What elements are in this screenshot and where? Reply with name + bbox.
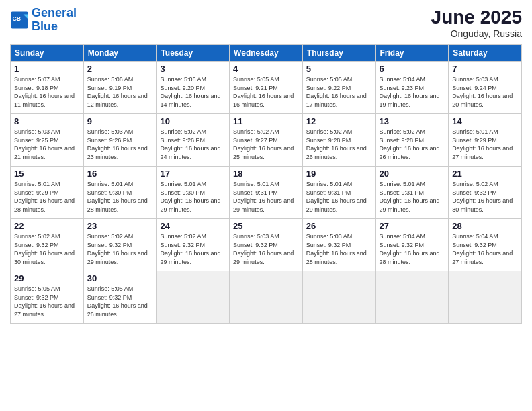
day-info: Sunrise: 5:03 AMSunset: 9:32 PMDaylight:… <box>306 233 367 265</box>
day-number: 6 <box>380 64 445 74</box>
day-info: Sunrise: 5:02 AMSunset: 9:28 PMDaylight:… <box>306 128 367 161</box>
day-info: Sunrise: 5:01 AMSunset: 9:31 PMDaylight:… <box>233 181 294 213</box>
day-info: Sunrise: 5:02 AMSunset: 9:26 PMDaylight:… <box>160 128 220 161</box>
calendar-cell: 9 Sunrise: 5:03 AMSunset: 9:26 PMDayligh… <box>83 114 157 167</box>
calendar-cell: 4 Sunrise: 5:05 AMSunset: 9:21 PMDayligh… <box>230 62 303 114</box>
day-number: 13 <box>380 116 445 126</box>
calendar-cell: 17 Sunrise: 5:01 AMSunset: 9:30 PMDaylig… <box>157 167 230 219</box>
logo-icon: GB <box>10 11 29 30</box>
weekday-thursday: Thursday <box>302 45 375 62</box>
day-number: 17 <box>160 169 226 179</box>
calendar-week-2: 8 Sunrise: 5:03 AMSunset: 9:25 PMDayligh… <box>11 114 522 167</box>
day-info: Sunrise: 5:07 AMSunset: 9:18 PMDaylight:… <box>14 76 75 108</box>
day-number: 24 <box>160 221 226 231</box>
day-number: 15 <box>14 169 80 179</box>
calendar-cell <box>449 271 522 324</box>
day-info: Sunrise: 5:06 AMSunset: 9:19 PMDaylight:… <box>87 76 148 108</box>
svg-text:GB: GB <box>13 15 21 22</box>
day-info: Sunrise: 5:01 AMSunset: 9:29 PMDaylight:… <box>452 128 513 161</box>
weekday-wednesday: Wednesday <box>230 45 303 62</box>
calendar-cell: 15 Sunrise: 5:01 AMSunset: 9:29 PMDaylig… <box>11 167 84 219</box>
day-info: Sunrise: 5:01 AMSunset: 9:31 PMDaylight:… <box>380 181 440 213</box>
logo: GB General Blue <box>10 7 77 34</box>
day-number: 20 <box>380 169 445 179</box>
day-info: Sunrise: 5:01 AMSunset: 9:29 PMDaylight:… <box>14 181 75 213</box>
day-number: 12 <box>306 116 372 126</box>
month-title: June 2025 <box>431 7 522 28</box>
calendar-cell: 25 Sunrise: 5:03 AMSunset: 9:32 PMDaylig… <box>230 219 303 271</box>
day-info: Sunrise: 5:05 AMSunset: 9:22 PMDaylight:… <box>306 76 367 108</box>
day-info: Sunrise: 5:02 AMSunset: 9:32 PMDaylight:… <box>14 233 75 265</box>
calendar-cell: 22 Sunrise: 5:02 AMSunset: 9:32 PMDaylig… <box>11 219 84 271</box>
calendar-body: 1 Sunrise: 5:07 AMSunset: 9:18 PMDayligh… <box>11 62 522 324</box>
title-block: June 2025 Onguday, Russia <box>431 7 522 39</box>
day-number: 7 <box>452 64 518 74</box>
calendar-cell: 7 Sunrise: 5:03 AMSunset: 9:24 PMDayligh… <box>449 62 522 114</box>
calendar-cell: 24 Sunrise: 5:02 AMSunset: 9:32 PMDaylig… <box>157 219 230 271</box>
location: Onguday, Russia <box>431 28 522 39</box>
calendar-week-5: 29 Sunrise: 5:05 AMSunset: 9:32 PMDaylig… <box>11 271 522 324</box>
weekday-friday: Friday <box>375 45 449 62</box>
calendar-cell: 10 Sunrise: 5:02 AMSunset: 9:26 PMDaylig… <box>157 114 230 167</box>
day-number: 11 <box>233 116 299 126</box>
day-number: 23 <box>87 221 153 231</box>
calendar-week-1: 1 Sunrise: 5:07 AMSunset: 9:18 PMDayligh… <box>11 62 522 114</box>
calendar-cell: 28 Sunrise: 5:04 AMSunset: 9:32 PMDaylig… <box>449 219 522 271</box>
logo-text-line1: General <box>32 7 77 20</box>
day-number: 22 <box>14 221 80 231</box>
calendar-cell: 8 Sunrise: 5:03 AMSunset: 9:25 PMDayligh… <box>11 114 84 167</box>
calendar-cell: 3 Sunrise: 5:06 AMSunset: 9:20 PMDayligh… <box>157 62 230 114</box>
calendar-cell: 18 Sunrise: 5:01 AMSunset: 9:31 PMDaylig… <box>230 167 303 219</box>
calendar-cell: 19 Sunrise: 5:01 AMSunset: 9:31 PMDaylig… <box>302 167 375 219</box>
day-number: 26 <box>306 221 372 231</box>
calendar-cell: 29 Sunrise: 5:05 AMSunset: 9:32 PMDaylig… <box>11 271 84 324</box>
day-number: 5 <box>306 64 372 74</box>
calendar-cell <box>302 271 375 324</box>
day-info: Sunrise: 5:02 AMSunset: 9:28 PMDaylight:… <box>380 128 440 161</box>
day-info: Sunrise: 5:03 AMSunset: 9:24 PMDaylight:… <box>452 76 513 108</box>
day-info: Sunrise: 5:04 AMSunset: 9:32 PMDaylight:… <box>380 233 440 265</box>
day-info: Sunrise: 5:05 AMSunset: 9:21 PMDaylight:… <box>233 76 294 108</box>
calendar-cell: 2 Sunrise: 5:06 AMSunset: 9:19 PMDayligh… <box>83 62 157 114</box>
day-info: Sunrise: 5:01 AMSunset: 9:31 PMDaylight:… <box>306 181 367 213</box>
weekday-sunday: Sunday <box>11 45 84 62</box>
calendar-week-4: 22 Sunrise: 5:02 AMSunset: 9:32 PMDaylig… <box>11 219 522 271</box>
day-number: 21 <box>452 169 518 179</box>
day-number: 29 <box>14 273 80 283</box>
calendar-cell: 11 Sunrise: 5:02 AMSunset: 9:27 PMDaylig… <box>230 114 303 167</box>
calendar-cell <box>375 271 449 324</box>
day-info: Sunrise: 5:01 AMSunset: 9:30 PMDaylight:… <box>87 181 148 213</box>
calendar-cell: 5 Sunrise: 5:05 AMSunset: 9:22 PMDayligh… <box>302 62 375 114</box>
day-number: 4 <box>233 64 299 74</box>
day-info: Sunrise: 5:03 AMSunset: 9:32 PMDaylight:… <box>233 233 294 265</box>
day-info: Sunrise: 5:04 AMSunset: 9:23 PMDaylight:… <box>380 76 440 108</box>
calendar-cell: 12 Sunrise: 5:02 AMSunset: 9:28 PMDaylig… <box>302 114 375 167</box>
calendar-cell: 14 Sunrise: 5:01 AMSunset: 9:29 PMDaylig… <box>449 114 522 167</box>
day-info: Sunrise: 5:02 AMSunset: 9:32 PMDaylight:… <box>452 181 513 213</box>
calendar-table: SundayMondayTuesdayWednesdayThursdayFrid… <box>10 44 522 324</box>
day-info: Sunrise: 5:03 AMSunset: 9:26 PMDaylight:… <box>87 128 148 161</box>
day-number: 1 <box>14 64 80 74</box>
weekday-header-row: SundayMondayTuesdayWednesdayThursdayFrid… <box>11 45 522 62</box>
day-info: Sunrise: 5:02 AMSunset: 9:27 PMDaylight:… <box>233 128 294 161</box>
day-info: Sunrise: 5:05 AMSunset: 9:32 PMDaylight:… <box>14 285 75 318</box>
day-number: 28 <box>452 221 518 231</box>
calendar-cell: 6 Sunrise: 5:04 AMSunset: 9:23 PMDayligh… <box>375 62 449 114</box>
day-number: 2 <box>87 64 153 74</box>
day-number: 9 <box>87 116 153 126</box>
logo-text-line2: Blue <box>32 20 77 34</box>
header: GB General Blue June 2025 Onguday, Russi… <box>10 7 522 39</box>
calendar-cell: 23 Sunrise: 5:02 AMSunset: 9:32 PMDaylig… <box>83 219 157 271</box>
day-info: Sunrise: 5:05 AMSunset: 9:32 PMDaylight:… <box>87 285 148 318</box>
day-number: 3 <box>160 64 226 74</box>
day-info: Sunrise: 5:02 AMSunset: 9:32 PMDaylight:… <box>87 233 148 265</box>
calendar-cell: 27 Sunrise: 5:04 AMSunset: 9:32 PMDaylig… <box>375 219 449 271</box>
calendar-cell: 30 Sunrise: 5:05 AMSunset: 9:32 PMDaylig… <box>83 271 157 324</box>
calendar-cell: 20 Sunrise: 5:01 AMSunset: 9:31 PMDaylig… <box>375 167 449 219</box>
weekday-saturday: Saturday <box>449 45 522 62</box>
day-number: 16 <box>87 169 153 179</box>
day-number: 8 <box>14 116 80 126</box>
day-number: 10 <box>160 116 226 126</box>
day-info: Sunrise: 5:06 AMSunset: 9:20 PMDaylight:… <box>160 76 220 108</box>
day-info: Sunrise: 5:02 AMSunset: 9:32 PMDaylight:… <box>160 233 220 265</box>
